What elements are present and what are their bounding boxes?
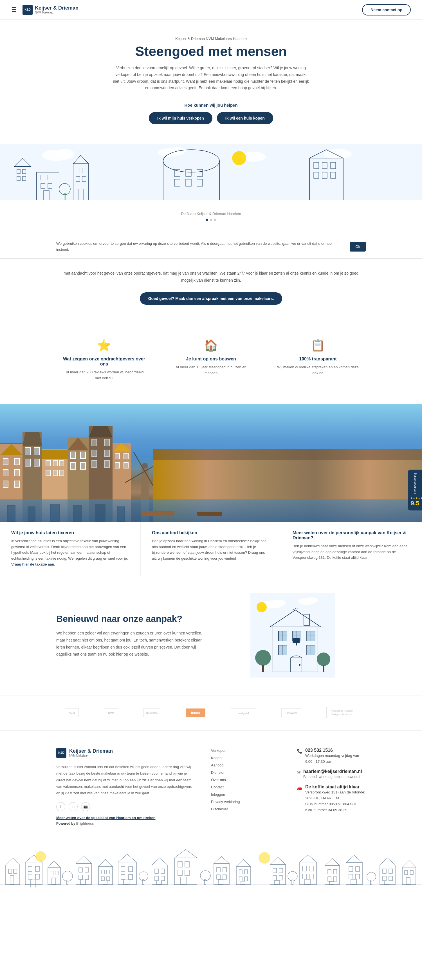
logo-icon: K&D (22, 5, 33, 15)
site-header: ☰ K&D Keijser & Drieman NVM Makelaar Nee… (0, 0, 422, 20)
svg-point-79 (256, 602, 267, 612)
svg-point-71 (299, 664, 301, 666)
house-illustration-svg (250, 593, 335, 678)
linkedin-icon[interactable]: in (68, 802, 78, 811)
rating-label: Ons beoordeling (414, 473, 417, 493)
email-contact: ✉ haarlem@keijserdrieman.nl Binnen 1 wer… (297, 769, 366, 780)
about-section: De 3 van Keijser & Drieman Haarlem (0, 200, 422, 235)
feature-card-3: 📋 100% transparant Wij maken duidelijke … (270, 333, 366, 387)
nav-item-verkopen[interactable]: Verkopen (211, 748, 280, 753)
partner-eastgoed: eastgoed (231, 708, 256, 718)
phone-contact: 📞 023 532 1516 Werkdagen maandag-vrijdag… (297, 748, 366, 765)
aanpak-illustration (220, 593, 366, 679)
svg-rect-95 (0, 842, 422, 888)
office-contact: 🚗 De koffie staat altijd klaar Verspronc… (297, 784, 366, 813)
nav-item-aanbod[interactable]: Aanbod (211, 762, 280, 768)
svg-point-50 (307, 597, 318, 603)
email-reply-time: Binnen 1 werkdag heb je antwoord. (303, 775, 361, 779)
aanpak-text: Ben je benieuwd naar onze mensen of onze… (293, 543, 411, 561)
feature-text-1: Uit meer dan 200 reviews worden wij beoo… (62, 369, 146, 381)
feature-title-2: Je kunt op ons bouwen (169, 356, 253, 361)
instagram-icon[interactable]: 📷 (81, 802, 90, 811)
svg-point-170 (259, 852, 270, 864)
rating-stars: ★★★★★ (410, 496, 422, 500)
header-left: ☰ K&D Keijser & Drieman NVM Makelaar (11, 5, 78, 15)
brightness-brand: Brightness (76, 822, 94, 826)
nav-item-inloggen[interactable]: Inloggen (211, 792, 280, 797)
nav-item-kopen[interactable]: Kopen (211, 755, 280, 760)
phone-number: 023 532 1516 (305, 748, 333, 752)
footer-logo-text-block: Keijser & Drieman NVM Makelaar (69, 748, 113, 757)
logo[interactable]: K&D Keijser & Drieman NVM Makelaar (22, 5, 78, 15)
contact-button[interactable]: Neem contact op (362, 4, 411, 16)
hero-buttons: Ik wil mijn huis verkopen Ik wil een hui… (56, 112, 366, 124)
about-text-section: met aandacht voor het gevoel van onze op… (0, 259, 422, 316)
footer-logo-icon: K&D (56, 748, 66, 758)
nav-item-contact[interactable]: Contact (211, 784, 280, 789)
sell-button[interactable]: Ik wil mijn huis verkopen (149, 112, 212, 124)
nav-item-disclaimer[interactable]: Disclaimer (211, 807, 280, 811)
aanpak-main-text: We hebben een zolder vol aan ervaringen … (56, 630, 202, 658)
features-grid: ⭐ Wat zeggen onze opdrachtgevers over on… (0, 316, 422, 404)
phone-details: 023 532 1516 Werkdagen maandag-vrijdag v… (305, 748, 366, 765)
nav-item-over-ons[interactable]: Over ons (211, 777, 280, 782)
partner-libwww: LIBWWW (281, 708, 301, 718)
footer-about-text: Verhuizen is niet zomaar iets en dat bes… (56, 764, 194, 797)
svg-text:eastgoed: eastgoed (238, 712, 249, 715)
appointment-button[interactable]: Goed gevoel? Maak dan een afspraak met e… (140, 292, 282, 305)
photo-card-aanbod: Ons aanbod bekijken Ben je opzoek naar e… (141, 522, 281, 576)
taxatie-link[interactable]: Vraag hier de taxatie aan. (11, 562, 55, 566)
svg-rect-73 (296, 643, 297, 646)
about-text: met aandacht voor het gevoel van onze op… (56, 270, 366, 284)
partners-section: NVM NVM NVM REA funda eastgoed LIBWWW Ne… (0, 695, 422, 731)
footer-nav-list: Verkopen Kopen Aanbod Diensten Over ons … (211, 748, 280, 811)
footer-navigation: Verkopen Kopen Aanbod Diensten Over ons … (211, 748, 280, 826)
svg-point-7 (232, 151, 246, 165)
svg-rect-72 (293, 638, 299, 643)
city-svg-bottom (0, 842, 422, 888)
nav-item-privacy[interactable]: Privacy verklaring (211, 799, 280, 804)
hero-cta-label: Hoe kunnen wij jou helpen (56, 103, 366, 108)
office-address: Verspronckweg 131 (aan de rotonde) (305, 790, 365, 794)
bottom-city-illustration (0, 842, 422, 888)
svg-rect-92 (326, 707, 357, 718)
dot-3 (214, 219, 216, 221)
logo-text-block: Keijser & Drieman NVM Makelaar (35, 5, 78, 14)
taxeren-text: In verschillende situaties is een object… (11, 538, 129, 568)
svg-point-2 (55, 149, 75, 159)
feature-title-3: 100% transparant (276, 356, 360, 361)
hero-subtitle: Keijser & Drieman NVM Makelaars Haarlem (56, 37, 366, 41)
office-kvk: KVK nummer 34 09 38 39 (305, 808, 347, 812)
partner-nvm-1: NVM (65, 708, 79, 718)
office-details: De koffie staat altijd klaar Verspronckw… (305, 784, 365, 813)
aanpak-text-block: Benieuwd naar onze aanpak? We hebben een… (56, 614, 202, 658)
svg-text:Vastgoed Taxateurs: Vastgoed Taxateurs (331, 713, 353, 716)
footer-social: f in 📷 (56, 802, 194, 811)
svg-point-48 (271, 600, 285, 606)
svg-text:LIBWWW: LIBWWW (285, 712, 297, 715)
hero-text: Verhuizen doe je voornamelijk op gevoel.… (113, 65, 309, 91)
svg-point-101 (18, 863, 19, 864)
specialist-link[interactable]: Meer weten over de specialist van Haarle… (56, 816, 194, 820)
rating-badge[interactable]: Ons beoordeling ★★★★★ 9.5 (408, 469, 422, 511)
aanpak-main-title: Benieuwd naar onze aanpak? (56, 614, 202, 624)
city-svg-top (0, 144, 422, 200)
buy-button[interactable]: Ik wil een huis kopen (217, 112, 273, 124)
buildings-photo (0, 404, 422, 522)
footer-about: K&D Keijser & Drieman NVM Makelaar Verhu… (56, 748, 194, 826)
dots-indicator (56, 219, 366, 221)
feature-card-1: ⭐ Wat zeggen onze opdrachtgevers over on… (56, 333, 152, 387)
hero-title: Steengoed met mensen (56, 44, 366, 59)
nav-item-diensten[interactable]: Diensten (211, 770, 280, 775)
facebook-icon[interactable]: f (56, 802, 65, 811)
aanbod-title: Ons aanbod bekijken (152, 530, 270, 535)
location-icon: 🚗 (297, 785, 303, 791)
dot-1 (206, 219, 208, 221)
feature-title-1: Wat zeggen onze opdrachtgevers over ons (62, 356, 146, 367)
powered-by: Powered by Brightness (56, 822, 194, 826)
cookie-ok-button[interactable]: Ok (350, 242, 366, 251)
svg-point-76 (317, 652, 330, 666)
hamburger-menu[interactable]: ☰ (11, 6, 17, 14)
email-icon: ✉ (297, 770, 301, 775)
city-illustration-top (0, 144, 422, 200)
